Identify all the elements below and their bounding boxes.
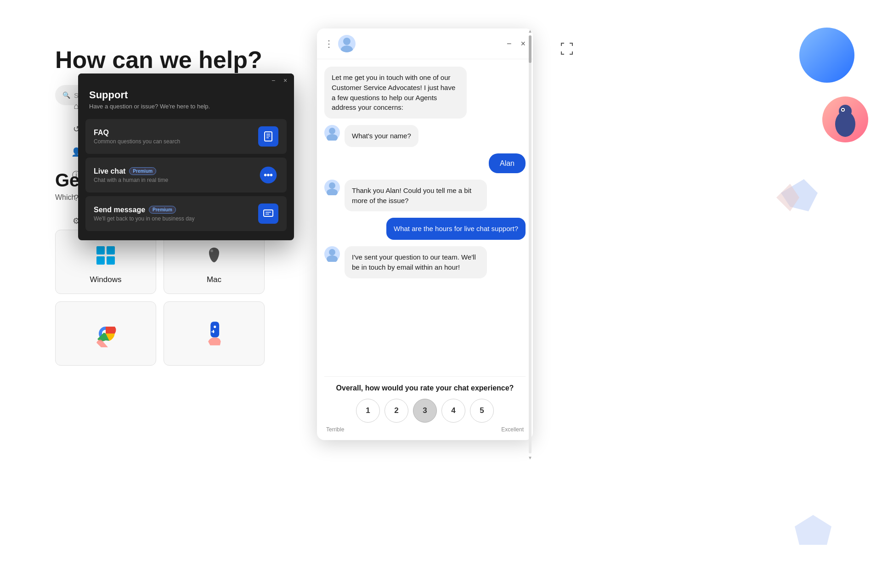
message-1: Let me get you in touch with one of our … [324, 67, 526, 119]
modal-title: Support [89, 89, 283, 101]
svg-point-31 [327, 189, 338, 195]
live-chat-content: Live chat Premium Chat with a human in r… [94, 167, 168, 183]
modal-minimize-button[interactable]: − [270, 77, 277, 84]
svg-rect-7 [210, 322, 219, 337]
svg-point-4 [210, 249, 213, 252]
remote-icon [198, 317, 230, 350]
chat-scrollbar[interactable]: ▲ ▼ [528, 28, 532, 460]
send-message-title: Send message Premium [94, 206, 195, 214]
faq-title: FAQ [94, 129, 180, 137]
svg-point-32 [329, 249, 335, 255]
svg-rect-1 [107, 246, 115, 254]
chrome-icon [90, 317, 122, 350]
message-6-bubble: I've sent your question to our team. We'… [345, 246, 487, 278]
rating-btn-4[interactable]: 4 [441, 399, 465, 423]
message-5-bubble: What are the hours for live chat support… [386, 218, 526, 240]
rating-label-left: Terrible [326, 426, 344, 433]
message-3-bubble: Alan [489, 153, 526, 173]
rating-labels: Terrible Excellent [324, 426, 526, 433]
message-2: What's your name? [324, 125, 526, 147]
message-2-bubble: What's your name? [345, 125, 418, 147]
chat-titlebar-left: ⋮ [324, 35, 356, 52]
modal-titlebar: − × [78, 74, 294, 87]
chat-agent-avatar [338, 35, 356, 52]
svg-point-20 [264, 174, 267, 176]
live-chat-premium-badge: Premium [129, 167, 156, 175]
svg-point-22 [270, 174, 273, 176]
download-cards: Windows Mac [55, 230, 265, 366]
deco-abstract-bottom [790, 513, 836, 551]
windows-label: Windows [90, 275, 122, 284]
rating-title: Overall, how would you rate your chat ex… [324, 384, 526, 392]
scroll-up-icon[interactable]: ▲ [528, 28, 532, 34]
rating-btn-5[interactable]: 5 [470, 399, 494, 423]
svg-rect-0 [96, 246, 105, 254]
live-chat-item[interactable]: Live chat Premium Chat with a human in r… [85, 158, 287, 192]
rating-btn-3[interactable]: 3 [413, 399, 437, 423]
message-4-bubble: Thank you Alan! Could you tell me a bit … [345, 180, 487, 212]
live-chat-title: Live chat Premium [94, 167, 168, 175]
send-message-item[interactable]: Send message Premium We'll get back to y… [85, 196, 287, 231]
send-message-content: Send message Premium We'll get back to y… [94, 206, 195, 222]
live-chat-desc: Chat with a human in real time [94, 177, 168, 183]
message-6: I've sent your question to our team. We'… [324, 246, 526, 278]
svg-rect-23 [264, 210, 273, 216]
chat-messages: Let me get you in touch with one of our … [317, 59, 533, 372]
chrome-card[interactable] [55, 301, 156, 366]
svg-point-8 [214, 326, 216, 328]
chat-titlebar: ⋮ − × [317, 28, 533, 59]
message-4: Thank you Alan! Could you tell me a bit … [324, 180, 526, 212]
page-title: How can we help? [55, 46, 262, 74]
mac-label: Mac [207, 275, 221, 284]
rating-btn-2[interactable]: 2 [384, 399, 408, 423]
scroll-down-icon[interactable]: ▼ [528, 455, 532, 460]
svg-point-29 [327, 134, 338, 141]
modal-subtitle: Have a question or issue? We're here to … [89, 103, 283, 110]
chat-close-button[interactable]: × [520, 39, 526, 49]
remote-card[interactable] [164, 301, 265, 366]
svg-point-12 [839, 105, 852, 118]
svg-point-30 [329, 182, 335, 189]
rating-stars: 1 2 3 4 5 [324, 399, 526, 423]
deco-circle-pink [822, 96, 868, 142]
faq-icon [258, 126, 278, 147]
deco-circle-blue [799, 28, 854, 83]
message-3: Alan [324, 153, 526, 173]
chat-menu-icon[interactable]: ⋮ [324, 38, 334, 49]
modal-body: FAQ Common questions you can search Live… [78, 119, 294, 240]
svg-rect-2 [96, 256, 105, 265]
message-1-bubble: Let me get you in touch with one of our … [324, 67, 467, 119]
live-chat-icon [258, 165, 278, 185]
rating-label-right: Excellent [501, 426, 524, 433]
svg-point-26 [343, 38, 351, 45]
svg-point-33 [327, 255, 338, 262]
chat-window: ⋮ − × Let me get you in touch with one o… [317, 28, 533, 440]
send-message-premium-badge: Premium [149, 206, 176, 214]
message-4-avatar [324, 180, 340, 195]
faq-item-content: FAQ Common questions you can search [94, 129, 180, 145]
send-message-icon [258, 204, 278, 224]
chat-minimize-button[interactable]: − [507, 39, 512, 49]
scan-icon[interactable] [560, 41, 574, 58]
message-6-avatar [324, 246, 340, 262]
scrollbar-track[interactable] [529, 35, 531, 453]
faq-desc: Common questions you can search [94, 138, 180, 145]
support-modal: − × Support Have a question or issue? We… [78, 74, 294, 240]
search-icon: 🔍 [62, 91, 70, 99]
svg-point-21 [267, 174, 270, 176]
windows-icon [90, 239, 122, 271]
svg-rect-10 [211, 331, 215, 333]
svg-rect-3 [107, 256, 115, 265]
rating-section: Overall, how would you rate your chat ex… [324, 376, 526, 433]
send-message-desc: We'll get back to you in one business da… [94, 215, 195, 222]
svg-rect-15 [265, 132, 272, 141]
svg-point-14 [842, 109, 844, 111]
scrollbar-thumb[interactable] [529, 35, 531, 63]
deco-abstract-right [767, 175, 822, 222]
mac-icon [198, 239, 230, 271]
svg-point-28 [329, 128, 335, 134]
message-5: What are the hours for live chat support… [324, 218, 526, 240]
rating-btn-1[interactable]: 1 [356, 399, 380, 423]
faq-item[interactable]: FAQ Common questions you can search [85, 119, 287, 154]
modal-close-button[interactable]: × [282, 77, 288, 84]
